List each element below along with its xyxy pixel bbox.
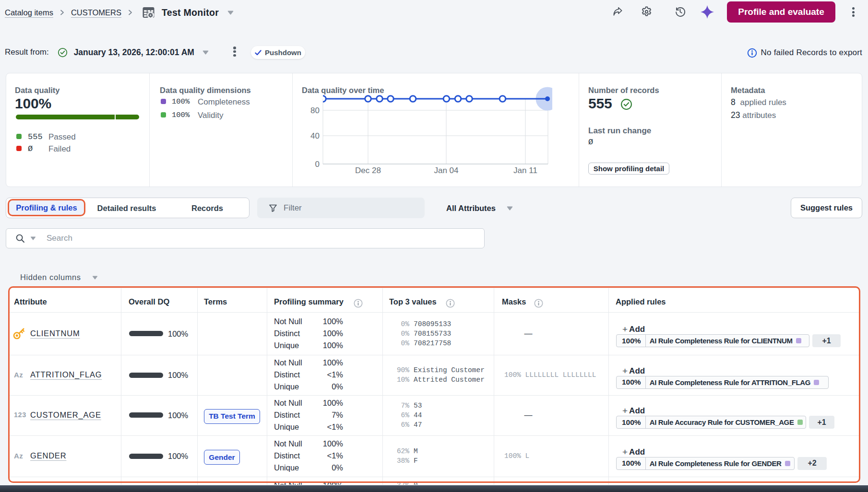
svg-text:40: 40 bbox=[310, 131, 320, 141]
svg-text:0: 0 bbox=[315, 160, 320, 169]
svg-text:Dec 28: Dec 28 bbox=[355, 166, 381, 175]
svg-text:80: 80 bbox=[310, 106, 320, 115]
svg-text:Jan 04: Jan 04 bbox=[434, 166, 458, 175]
svg-text:Jan 11: Jan 11 bbox=[513, 166, 537, 175]
